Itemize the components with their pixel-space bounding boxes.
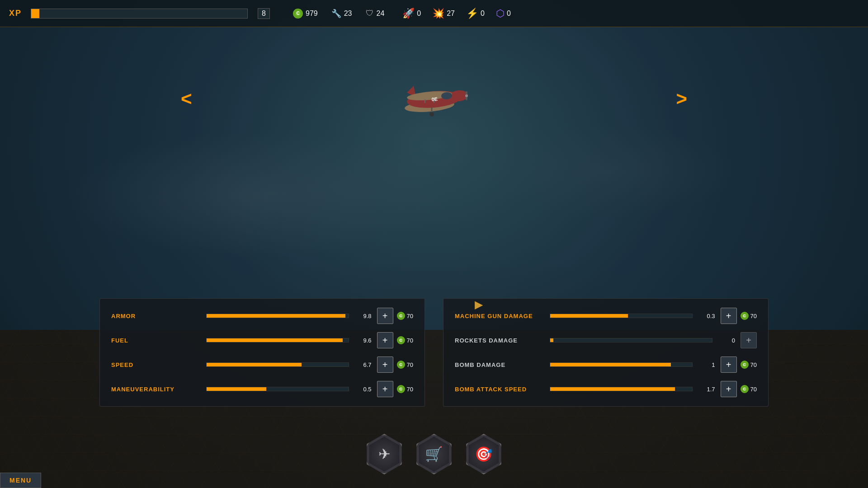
mission-button[interactable]: 🎯 xyxy=(463,434,504,474)
upgrade-button[interactable]: + xyxy=(377,357,393,373)
stat-cost: C 70 xyxy=(397,385,413,393)
menu-button[interactable]: MENU xyxy=(0,473,41,488)
stat-bar xyxy=(550,314,693,318)
stat-value: 6.7 xyxy=(354,361,372,368)
shield-resource: 🛡 24 xyxy=(366,9,385,18)
stat-bar-fill xyxy=(550,363,671,366)
stat-bar xyxy=(550,338,712,343)
stat-label: ARMOR xyxy=(111,313,202,319)
hud-weapons: 🚀 0 💥 27 ⚡ 0 ⬡ 0 xyxy=(402,8,511,19)
stats-container: ARMOR 9.8 + C 70 FUEL 9.6 + C 70 SPEED 6… xyxy=(0,298,868,407)
svg-point-7 xyxy=(429,112,434,117)
weapon2-count: 27 xyxy=(447,9,455,18)
weapon4-icon: ⬡ xyxy=(496,8,505,19)
stat-row-left-2: SPEED 6.7 + C 70 xyxy=(111,357,413,373)
coins-resource: C 979 xyxy=(293,9,318,19)
xp-label: XP xyxy=(9,9,22,18)
stat-value: 1.7 xyxy=(697,386,715,393)
coin-icon: C xyxy=(293,9,303,19)
weapon2-icon: 💥 xyxy=(432,8,444,19)
upgrade-button: + xyxy=(741,332,757,348)
plane-select-button[interactable]: ✈ xyxy=(364,434,405,474)
stat-cost: C 70 xyxy=(397,361,413,369)
weapon3-icon: ⚡ xyxy=(466,8,478,19)
stat-bar xyxy=(550,387,693,391)
xp-bar: 8 xyxy=(31,9,248,19)
stat-row-left-0: ARMOR 9.8 + C 70 xyxy=(111,308,413,324)
stat-cost: C 70 xyxy=(397,312,413,320)
cost-value: 70 xyxy=(750,313,757,319)
stat-bar-fill xyxy=(207,363,302,366)
stat-bar xyxy=(550,362,693,367)
stat-cost: C 70 xyxy=(397,336,413,344)
shield-icon: 🛡 xyxy=(366,9,374,18)
weapon1-count: 0 xyxy=(417,9,421,18)
stats-panel-left: ARMOR 9.8 + C 70 FUEL 9.6 + C 70 SPEED 6… xyxy=(99,298,425,407)
stat-cost: C 70 xyxy=(741,385,757,393)
wrench-value: 23 xyxy=(344,9,352,18)
hud-resources: C 979 🔧 23 🛡 24 xyxy=(293,9,384,19)
upgrade-button[interactable]: + xyxy=(721,357,737,373)
cost-coin-icon: C xyxy=(741,385,749,393)
stat-bar xyxy=(206,338,349,343)
weapon3-count: 0 xyxy=(481,9,485,18)
previous-plane-button[interactable]: < xyxy=(181,88,192,110)
cost-coin-icon: C xyxy=(741,361,749,369)
upgrade-button[interactable]: + xyxy=(377,308,393,324)
airplane-svg: 0E xyxy=(389,72,479,127)
stat-label: MANEUVERABILITY xyxy=(111,386,202,393)
weapon3-item: ⚡ 0 xyxy=(466,8,485,19)
stat-cost: C 70 xyxy=(741,361,757,369)
stat-bar-fill xyxy=(207,338,343,342)
nav-icon-2: 🎯 xyxy=(475,446,493,463)
coins-value: 979 xyxy=(306,9,318,18)
upgrade-button[interactable]: + xyxy=(377,381,393,397)
stat-label: ROCKETS DAMAGE xyxy=(455,337,545,344)
stat-bar xyxy=(206,387,349,391)
next-plane-button[interactable]: > xyxy=(676,88,687,110)
xp-level: 8 xyxy=(258,8,270,19)
stat-value: 0.5 xyxy=(354,386,372,393)
stat-value: 0 xyxy=(717,337,735,344)
stat-bar xyxy=(206,362,349,367)
nav-icon-0: ✈ xyxy=(378,446,391,463)
cost-coin-icon: C xyxy=(397,336,405,344)
weapon2-item: 💥 27 xyxy=(432,8,455,19)
stat-label: SPEED xyxy=(111,361,202,368)
stat-row-right-1: ROCKETS DAMAGE 0 + xyxy=(455,332,757,348)
cost-value: 70 xyxy=(407,386,413,393)
weapon1-item: 🚀 0 xyxy=(402,8,421,19)
upgrade-button[interactable]: + xyxy=(721,308,737,324)
stat-bar-fill xyxy=(550,338,553,342)
upgrade-button[interactable]: + xyxy=(721,381,737,397)
xp-bar-fill xyxy=(31,9,39,18)
stat-row-left-1: FUEL 9.6 + C 70 xyxy=(111,332,413,348)
cost-coin-icon: C xyxy=(397,312,405,320)
hud-top-bar: XP 8 C 979 🔧 23 🛡 24 🚀 0 💥 27 ⚡ 0 xyxy=(0,0,868,27)
stat-row-right-3: BOMB ATTACK SPEED 1.7 + C 70 xyxy=(455,381,757,397)
stat-value: 9.6 xyxy=(354,337,372,344)
stat-row-right-0: MACHINE GUN DAMAGE 0.3 + C 70 xyxy=(455,308,757,324)
cost-value: 70 xyxy=(407,313,413,319)
cost-value: 70 xyxy=(750,386,757,393)
cost-value: 70 xyxy=(750,361,757,368)
svg-point-12 xyxy=(465,94,468,97)
cost-coin-icon: C xyxy=(741,312,749,320)
stat-row-left-3: MANEUVERABILITY 0.5 + C 70 xyxy=(111,381,413,397)
stat-value: 1 xyxy=(697,361,715,368)
stat-row-right-2: BOMB DAMAGE 1 + C 70 xyxy=(455,357,757,373)
stat-label: FUEL xyxy=(111,337,202,344)
wrench-icon: 🔧 xyxy=(331,9,341,19)
stat-cost: C 70 xyxy=(741,312,757,320)
stat-label: MACHINE GUN DAMAGE xyxy=(455,313,545,319)
nav-icon-1: 🛒 xyxy=(425,446,443,463)
svg-text:0E: 0E xyxy=(431,96,438,102)
shop-button[interactable]: 🛒 xyxy=(414,434,454,474)
stat-label: BOMB DAMAGE xyxy=(455,361,545,368)
stat-bar-fill xyxy=(550,387,675,391)
stat-value: 0.3 xyxy=(697,313,715,319)
stat-bar xyxy=(206,314,349,318)
weapon4-count: 0 xyxy=(507,9,511,18)
cost-value: 70 xyxy=(407,361,413,368)
upgrade-button[interactable]: + xyxy=(377,332,393,348)
